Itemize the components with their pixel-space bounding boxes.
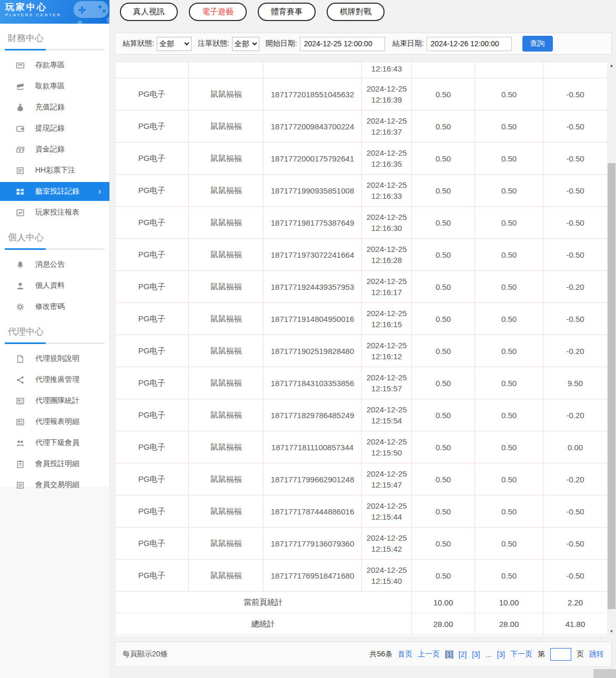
sidebar-item-agent-promotion[interactable]: 代理推廣管理: [0, 369, 109, 390]
cell: [189, 62, 264, 78]
sidebar-item-announcements[interactable]: 消息公告: [0, 254, 109, 275]
page-link[interactable]: [3]: [472, 650, 480, 659]
page-link[interactable]: [1]: [445, 650, 453, 659]
scroll-down-arrow[interactable]: ▼: [607, 628, 616, 636]
table-row[interactable]: PG电子鼠鼠福福18717719148049500162024-12-2512:…: [115, 303, 608, 335]
cell-date: 2024-12-25: [362, 340, 411, 351]
cell-datetime: 2024-12-2512:16:30: [362, 207, 412, 239]
table-row[interactable]: PG电子鼠鼠福福18717717695184716802024-12-2512:…: [115, 560, 608, 592]
cell-date: 2024-12-25: [362, 372, 411, 383]
sidebar-item-change-password[interactable]: 修改密碼: [0, 296, 109, 317]
sidebar-item-profile[interactable]: 個人資料: [0, 275, 109, 296]
next-page-link[interactable]: 下一页: [510, 650, 532, 659]
settle-status-select[interactable]: 全部: [157, 37, 191, 51]
table-row[interactable]: PG电子鼠鼠福福18717719817753876492024-12-2512:…: [115, 207, 608, 239]
page-link[interactable]: [3]: [497, 650, 505, 659]
sidebar-item-withdrawal-record[interactable]: 提現記錄: [0, 118, 109, 139]
table-scrollbar[interactable]: ▲ ▼: [607, 62, 616, 636]
cell-platform: PG电子: [115, 367, 189, 399]
record-count: 共56条: [369, 650, 392, 659]
table-row[interactable]: PG电子鼠鼠福福18717720001757926412024-12-2512:…: [115, 143, 608, 175]
start-date-input[interactable]: [300, 37, 385, 51]
table-row[interactable]: PG电子鼠鼠福福18717717874448860162024-12-2512:…: [115, 495, 608, 528]
jump-prefix-label: 第: [538, 650, 545, 659]
tab-sports[interactable]: 體育賽事: [258, 3, 316, 21]
sidebar-item-recharge-record[interactable]: 充值記錄: [0, 97, 109, 118]
prev-page-link[interactable]: 上一页: [418, 650, 440, 659]
table-row[interactable]: PG电子鼠鼠福福18717717996629012482024-12-2512:…: [115, 463, 608, 495]
per-page-label: 每頁顯示20條: [123, 650, 168, 659]
cell-bet-amount: 0.50: [412, 207, 475, 239]
sidebar-item-hall-bet-records[interactable]: 廳室投註記錄›: [0, 182, 109, 201]
sidebar-item-member-bet-detail[interactable]: 會員投註明細: [0, 453, 109, 474]
cell-time: 12:16:37: [362, 126, 411, 137]
table-row[interactable]: PG电子鼠鼠福福18717718297864852492024-12-2512:…: [115, 399, 608, 431]
cell-order-id: 1871771811100857344: [264, 431, 362, 463]
deposit-icon: [16, 61, 25, 70]
table-row[interactable]: PG电子鼠鼠福福18717718431033538562024-12-2512:…: [115, 367, 608, 399]
cell-order-id: 1871771973072241664: [264, 239, 362, 271]
tab-electronic-games[interactable]: 電子遊藝: [189, 3, 247, 21]
cell-order-id: 1871771902519828480: [264, 335, 362, 367]
cell-datetime: 2024-12-2512:15:40: [362, 560, 412, 592]
document-lines-icon: [16, 166, 25, 175]
table-row[interactable]: PG电子鼠鼠福福18717720098437002242024-12-2512:…: [115, 110, 608, 143]
sidebar-item-hh-lottery[interactable]: HH彩票下注: [0, 160, 109, 181]
cell-game: 鼠鼠福福: [189, 143, 264, 175]
order-status-select[interactable]: 全部: [232, 37, 259, 51]
scrollbar-thumb[interactable]: [608, 163, 615, 609]
table-row[interactable]: PG电子鼠鼠福福18717718111008573442024-12-2512:…: [115, 431, 608, 463]
cell-platform: PG电子: [115, 271, 189, 303]
sidebar-item-agent-sub-members[interactable]: 代理下級會員: [0, 432, 109, 453]
sidebar-item-withdraw[interactable]: 取款專區: [0, 76, 109, 97]
sidebar-item-label: 代理規則說明: [35, 354, 79, 363]
cell-platform: PG电子: [115, 239, 189, 271]
page-jump-input[interactable]: [550, 648, 571, 661]
sidebar-item-member-transaction-detail[interactable]: 會員交易明細: [0, 474, 109, 495]
cell-win-loss: -0.50: [543, 560, 608, 592]
table-row[interactable]: PG电子鼠鼠福福18717719244393579532024-12-2512:…: [115, 271, 608, 303]
table-row[interactable]: PG电子鼠鼠福福18717719909358510082024-12-2512:…: [115, 175, 608, 207]
tab-live-video[interactable]: 真人視訊: [120, 3, 178, 21]
table-row[interactable]: PG电子鼠鼠福福18717717791360793602024-12-2512:…: [115, 528, 608, 560]
cell-game: 鼠鼠福福: [189, 367, 264, 399]
cell-game: 鼠鼠福福: [189, 463, 264, 495]
cell-datetime: 2024-12-2512:16:33: [362, 175, 412, 207]
search-button[interactable]: 查詢: [522, 36, 553, 52]
cell-date: 2024-12-25: [362, 468, 411, 479]
pagination: 共56条首页上一页[1][2][3]...[3]下一页第页跳转: [369, 648, 604, 661]
cell-platform: PG电子: [115, 335, 189, 367]
table-row[interactable]: PG电子鼠鼠福福18717719730722416642024-12-2512:…: [115, 239, 608, 271]
table-row[interactable]: PG电子鼠鼠福福18717719025198284802024-12-2512:…: [115, 335, 608, 367]
sidebar-item-player-bet-report[interactable]: 玩家投注報表: [0, 202, 109, 223]
table-row[interactable]: PG电子鼠鼠福福18717720185510456322024-12-2512:…: [115, 78, 608, 110]
cell-datetime: 2024-12-2512:15:54: [362, 399, 412, 431]
sidebar-item-label: 代理下級會員: [35, 438, 79, 448]
cell-game: 鼠鼠福福: [189, 78, 264, 110]
sidebar-item-agent-team-stats[interactable]: 代理團隊統計: [0, 390, 109, 411]
sidebar-item-deposit[interactable]: 存款專區: [0, 55, 109, 76]
sidebar-item-label: HH彩票下注: [35, 166, 75, 175]
cell-date: 2024-12-25: [362, 244, 411, 255]
sidebar-item-agent-report-detail[interactable]: 代理報表明細: [0, 411, 109, 432]
tab-board-games[interactable]: 棋牌對戰: [327, 3, 385, 21]
cell-order-id: 1871772009843700224: [264, 110, 362, 143]
cell-date: 2024-12-25: [362, 147, 411, 158]
section-divider: [5, 49, 105, 50]
cell-bet-amount: 0.50: [412, 431, 475, 463]
end-date-input[interactable]: [427, 37, 512, 51]
scroll-up-arrow[interactable]: ▲: [607, 62, 616, 70]
first-page-link[interactable]: 首页: [398, 650, 412, 659]
jump-button[interactable]: 跳转: [589, 650, 604, 659]
withdraw-icon: [16, 82, 25, 91]
cell-datetime: 2024-12-2512:16:15: [362, 303, 412, 335]
cell-platform: PG电子: [115, 175, 189, 207]
cell-platform: PG电子: [115, 303, 189, 335]
cell-time: 12:16:15: [362, 319, 411, 330]
sidebar-item-agent-rules[interactable]: 代理規則說明: [0, 348, 109, 369]
cell-order-id: 1871771990935851008: [264, 175, 362, 207]
end-date-label: 結束日期:: [392, 39, 424, 48]
sidebar-item-funds-record[interactable]: 資金記錄: [0, 139, 109, 160]
settle-status-label: 結算狀態:: [123, 39, 154, 48]
page-link[interactable]: [2]: [459, 650, 467, 659]
